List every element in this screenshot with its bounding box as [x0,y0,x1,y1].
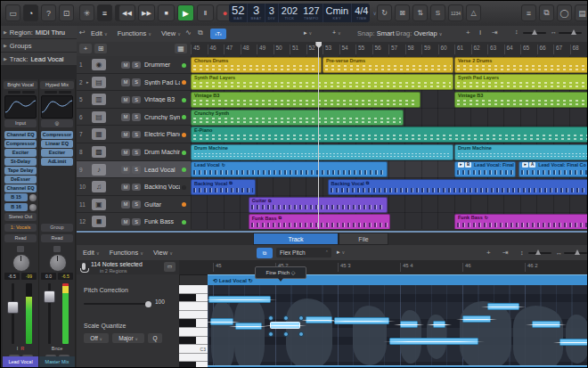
editor-flex-icon[interactable]: ⧉ [257,248,273,258]
output-slot[interactable]: Stereo Out [4,213,37,221]
track-mute-button[interactable]: M [121,218,130,226]
track-mute-button[interactable]: M [121,113,130,121]
track-status-dot[interactable] [182,220,186,225]
track-solo-button[interactable]: S [132,78,141,86]
metronome-button[interactable]: △ [466,4,481,21]
region-vintage-b3[interactable]: Vintage B3 [454,92,587,108]
play-button[interactable]: ▶ [177,4,194,21]
inspector-section-groups[interactable]: ▶Groups [1,39,77,53]
pitch-correction-slider[interactable] [84,303,148,305]
eq-curve-thumbnail[interactable] [41,95,73,119]
browsers-button[interactable]: ▤ [575,4,588,21]
lcd-bar[interactable]: 52BAR [229,4,248,22]
note-hotspot-dot[interactable] [268,315,274,321]
lcd-div[interactable]: 3DIV [265,4,279,22]
track-header-synth-pad-layers[interactable]: 2▸▤MSSynth Pad Layers [77,74,191,92]
autopunch-button[interactable]: ⇅ [412,4,428,21]
list-editors-button[interactable]: ≡ [521,4,536,21]
piano-key-black[interactable] [179,294,208,303]
cycle-button[interactable]: ↻ [377,4,392,21]
input-monitor-indicator[interactable]: I [17,346,19,351]
snap-menu[interactable]: Snap: Smart ∨ [357,29,399,37]
track-mute-button[interactable]: M [121,166,130,174]
strip-name-plate[interactable]: Master Mix [39,356,75,367]
plugin-slot[interactable]: Exciter [4,149,37,157]
input-slot[interactable]: Input [4,119,37,127]
flex-pitch-note[interactable] [334,317,389,324]
region-drum-machine[interactable]: Drum Machine [454,144,587,160]
disclosure-triangle-icon[interactable]: ▸ [86,79,89,85]
scale-type-select[interactable]: Major ∨ [112,333,144,343]
pan-knob[interactable] [49,254,67,272]
plugin-slot[interactable]: Channel EQ [4,184,37,192]
track-status-dot[interactable] [182,98,186,102]
nudge-icon[interactable]: + [466,29,470,37]
solo-button[interactable]: S [430,4,445,21]
region-funk-bass[interactable]: Funk Bass⧉ [249,214,390,229]
note-hotspot-dot[interactable] [298,315,304,321]
horizontal-zoom-slider[interactable] [559,32,582,34]
region-lead-vocal-final-co[interactable]: ▸ALead Vocal: Final Co [519,161,587,177]
lcd-tempo[interactable]: 127 TEMPO [300,4,323,22]
flex-mode-select[interactable]: Flex Pitch⌃∨ [276,248,331,258]
send-slot[interactable]: B 16 [4,203,28,211]
automation-mode[interactable]: Read [41,234,73,242]
region-view-button[interactable]: ▭ [164,262,176,272]
flex-pitch-note[interactable] [532,321,560,328]
bounce-in-place-icon[interactable]: ⇥ [492,29,498,37]
piano-key-white[interactable] [179,285,208,294]
rewind-button[interactable]: ◀◀ [118,4,135,21]
track-sort-button[interactable]: ▦ [175,44,187,53]
track-solo-button[interactable]: S [132,166,141,174]
vertical-zoom-slider[interactable] [523,32,546,34]
quick-help-button[interactable]: ◔ [23,4,38,21]
track-mute-button[interactable]: M [121,184,130,192]
secondary-tool-menu[interactable]: + ∨ [332,29,341,36]
mixer-button[interactable]: ≡ [97,4,112,21]
piano-key-black[interactable] [179,362,208,368]
region-synth-pad-layers[interactable]: Synth Pad Layers [454,74,587,90]
flex-pitch-note[interactable] [208,296,271,303]
smart-controls-button[interactable]: ✳ [79,4,94,21]
volume-fader[interactable] [7,301,19,314]
lcd-tick[interactable]: 202TICK [279,4,300,22]
flex-pitch-note-area[interactable] [208,285,587,367]
track-status-dot[interactable] [182,133,186,137]
duplicate-track-button[interactable]: ⊞ [94,44,107,53]
piano-key-black[interactable] [179,337,208,346]
send-knob[interactable] [29,204,37,211]
stop-button[interactable]: ■ [158,4,175,21]
track-header-drummer[interactable]: 1◉MSDrummer [77,56,191,74]
region-backing-vocal[interactable]: Backing Vocal⧉ [191,179,256,195]
editor-catch-icon[interactable]: ⇥ [502,249,509,257]
piano-key-white[interactable] [179,302,208,311]
note-hotspot-dot[interactable] [283,315,289,321]
bounce-button[interactable]: Bnce [52,346,63,351]
take-badge[interactable]: ▸A [522,162,535,168]
flex-mode-button[interactable]: ›T‹ [210,29,226,39]
lcd-key[interactable]: Cmin KEY [323,4,353,22]
arrange-area[interactable]: Chorus DrumsPre-verse DrumsVerse 2 Drums… [191,56,587,229]
add-track-button[interactable]: + [79,44,92,53]
lcd-display[interactable]: 52BAR3BEAT3DIV202TICK 127 TEMPO Cmin KEY… [229,4,370,22]
replace-button[interactable]: ⊠ [395,4,410,21]
track-solo-button[interactable]: S [132,131,141,139]
eq-curve-thumbnail[interactable] [4,95,37,119]
editor-nudge-icon[interactable]: + [486,249,491,257]
track-mute-button[interactable]: M [121,200,130,209]
editor-ruler[interactable]: 4545 245 345 44646 246 3 [179,260,587,275]
track-mute-button[interactable]: M [121,96,130,104]
flex-pitch-note[interactable] [400,321,418,328]
note-hotspot-dot[interactable] [283,331,289,337]
piano-key-white[interactable] [179,311,208,320]
region-backing-vocal[interactable]: Backing Vocal⧉ [328,179,587,195]
flex-pitch-note[interactable] [559,339,587,346]
playhead[interactable] [318,42,319,229]
automation-mode[interactable]: Read [4,234,37,242]
track-mute-button[interactable]: M [121,78,130,86]
region-pre-verse-drums[interactable]: Pre-verse Drums [323,57,453,73]
editor-menu-functions[interactable]: Functions ∨ [110,249,143,257]
plugin-slot[interactable]: Exciter [41,149,73,157]
plugin-slot[interactable]: St-Delay [4,158,37,166]
catch-playhead-icon[interactable]: ↩ [79,29,86,37]
